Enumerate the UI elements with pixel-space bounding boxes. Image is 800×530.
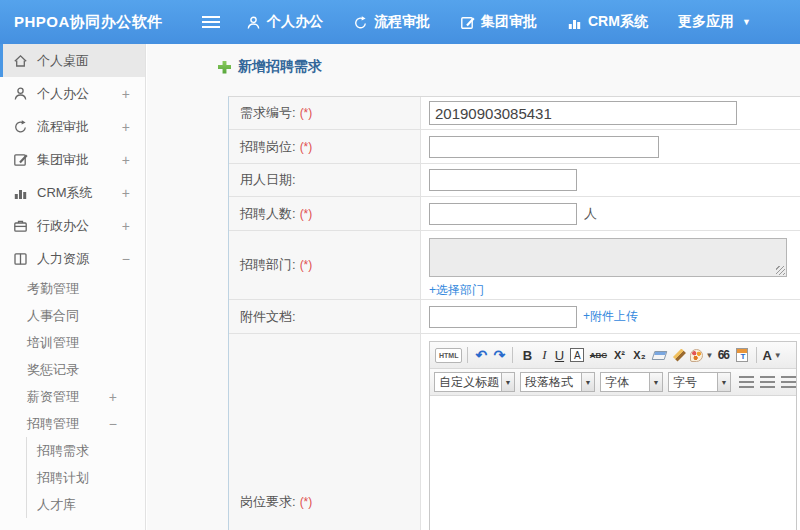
superscript-button[interactable]: X² — [610, 345, 628, 365]
topnav-workflow-approval[interactable]: 流程审批 — [353, 13, 430, 31]
expand-plus-icon[interactable]: + — [122, 152, 130, 168]
main-content: 新增招聘需求 需求编号: (*) 招聘岗位: (*) 用人日期: — [147, 44, 800, 530]
custom-title-select[interactable]: 自定义标题 ▼ — [434, 372, 515, 392]
font-color-button[interactable]: A▼ — [762, 345, 781, 365]
expand-plus-icon[interactable]: + — [122, 86, 130, 102]
hire-date-label: 用人日期: — [229, 164, 421, 196]
attachment-label: 附件文档: — [229, 300, 421, 333]
form-row-requirements: 岗位要求: (*) HTML B I U A ABC — [229, 334, 800, 530]
blockquote-button[interactable]: 66 — [715, 345, 731, 365]
sidebar-item-salary-management[interactable]: 薪资管理 + — [0, 383, 145, 410]
headcount-unit: 人 — [584, 205, 597, 223]
sidebar: 个人桌面 个人办公 + 流程审批 + 集团审批 + CRM系统 + 行政办公 +… — [0, 44, 146, 530]
sidebar-item-personnel-contract[interactable]: 人事合同 — [0, 302, 145, 329]
bold-button[interactable]: B — [518, 345, 536, 365]
headcount-input[interactable] — [429, 203, 577, 225]
html-source-button[interactable]: HTML — [435, 348, 462, 363]
paragraph-format-select[interactable]: 段落格式 ▼ — [520, 372, 595, 392]
page-title: 新增招聘需求 — [238, 58, 322, 76]
sidebar-item-attendance-management[interactable]: 考勤管理 — [0, 275, 145, 302]
sidebar-item-crm-system[interactable]: CRM系统 + — [0, 176, 145, 209]
flow-icon — [13, 119, 28, 134]
hire-date-input[interactable] — [429, 169, 577, 191]
eraser-button[interactable] — [650, 345, 668, 365]
topnav-group-approval[interactable]: 集团审批 — [460, 13, 537, 31]
topnav-personal-office[interactable]: 个人办公 — [246, 13, 323, 31]
sidebar-item-admin-office[interactable]: 行政办公 + — [0, 209, 145, 242]
form-row-attachment: 附件文档: +附件上传 — [229, 300, 800, 334]
paste-button[interactable] — [733, 345, 751, 365]
strikethrough-button[interactable]: ABC — [588, 345, 608, 365]
editor-content-area[interactable] — [430, 396, 796, 530]
attachment-input[interactable] — [429, 306, 577, 328]
demand-no-input[interactable] — [429, 101, 737, 125]
underline-button[interactable]: U — [552, 345, 566, 365]
redo-button[interactable] — [491, 345, 507, 365]
expand-plus-icon[interactable]: + — [122, 119, 130, 135]
topbar: PHPOA协同办公软件 个人办公 流程审批 集团审批 CRM系统 更多应用 ▼ — [0, 0, 800, 44]
sidebar-item-label: 培训管理 — [27, 334, 79, 352]
requirements-label: 岗位要求: (*) — [229, 334, 421, 530]
sidebar-item-recruitment-demand[interactable]: 招聘需求 — [27, 437, 145, 464]
sidebar-item-human-resources[interactable]: 人力资源 − — [0, 242, 145, 275]
edit-icon — [13, 152, 28, 167]
top-navigation: 个人办公 流程审批 集团审批 CRM系统 更多应用 ▼ — [246, 13, 781, 31]
sidebar-item-label: 集团审批 — [37, 151, 89, 169]
collapse-minus-icon[interactable]: − — [122, 251, 130, 267]
italic-button[interactable]: I — [538, 345, 550, 365]
add-plus-icon — [218, 61, 231, 74]
color-palette-button[interactable]: ▼ — [690, 345, 713, 365]
edit-icon — [460, 15, 475, 30]
font-family-select[interactable]: 字体 ▼ — [600, 372, 663, 392]
attachment-upload-link[interactable]: +附件上传 — [583, 308, 638, 325]
sidebar-item-recruitment-plan[interactable]: 招聘计划 — [27, 464, 145, 491]
remove-format-button[interactable]: A — [570, 348, 584, 362]
sidebar-item-training-management[interactable]: 培训管理 — [0, 329, 145, 356]
format-brush-button[interactable] — [670, 345, 688, 365]
align-right-button[interactable] — [781, 376, 796, 388]
required-mark: (*) — [300, 207, 313, 221]
required-mark: (*) — [300, 140, 313, 154]
palette-icon — [690, 349, 703, 362]
sidebar-item-recruitment-management[interactable]: 招聘管理 − — [0, 410, 145, 437]
font-size-select[interactable]: 字号 ▼ — [668, 372, 731, 392]
position-input[interactable] — [429, 136, 659, 158]
sidebar-item-reward-punishment-records[interactable]: 奖惩记录 — [0, 356, 145, 383]
required-mark: (*) — [300, 258, 313, 272]
caret-down-icon: ▼ — [774, 351, 782, 360]
briefcase-icon — [13, 218, 28, 233]
sidebar-item-label: 人才库 — [37, 496, 76, 514]
user-icon — [13, 86, 28, 101]
select-department-link[interactable]: +选择部门 — [429, 282, 484, 299]
department-box[interactable] — [429, 238, 787, 277]
expand-plus-icon[interactable]: + — [109, 389, 117, 405]
headcount-label: 招聘人数: (*) — [229, 197, 421, 230]
sidebar-item-personal-desktop[interactable]: 个人桌面 — [0, 44, 145, 77]
sidebar-item-label: 人力资源 — [37, 250, 89, 268]
sidebar-item-label: 招聘需求 — [37, 442, 89, 460]
toolbar-separator — [467, 347, 468, 363]
sidebar-item-group-approval[interactable]: 集团审批 + — [0, 143, 145, 176]
expand-plus-icon[interactable]: + — [122, 218, 130, 234]
menu-toggle-icon[interactable] — [202, 16, 220, 28]
required-mark: (*) — [300, 106, 313, 120]
topnav-more-apps[interactable]: 更多应用 ▼ — [678, 13, 751, 31]
sidebar-item-label: 个人办公 — [37, 85, 89, 103]
form-row-demand-no: 需求编号: (*) — [229, 97, 800, 130]
collapse-minus-icon[interactable]: − — [109, 416, 117, 432]
sidebar-item-personal-office[interactable]: 个人办公 + — [0, 77, 145, 110]
expand-plus-icon[interactable]: + — [122, 185, 130, 201]
align-left-button[interactable] — [739, 376, 754, 388]
app-logo: PHPOA协同办公软件 — [0, 13, 186, 32]
sidebar-item-talent-pool[interactable]: 人才库 — [27, 491, 145, 518]
subscript-button[interactable]: X₂ — [630, 345, 648, 365]
rich-text-editor: HTML B I U A ABC X² X₂ ▼ — [429, 341, 797, 530]
undo-button[interactable] — [473, 345, 489, 365]
editor-toolbar-row2: 自定义标题 ▼ 段落格式 ▼ 字体 ▼ 字号 ▼ — [430, 369, 796, 396]
sidebar-item-label: 流程审批 — [37, 118, 89, 136]
align-center-button[interactable] — [760, 376, 775, 388]
sidebar-item-label: 招聘计划 — [37, 469, 89, 487]
topnav-crm-system[interactable]: CRM系统 — [567, 13, 648, 31]
sidebar-item-workflow-approval[interactable]: 流程审批 + — [0, 110, 145, 143]
position-label: 招聘岗位: (*) — [229, 130, 421, 163]
